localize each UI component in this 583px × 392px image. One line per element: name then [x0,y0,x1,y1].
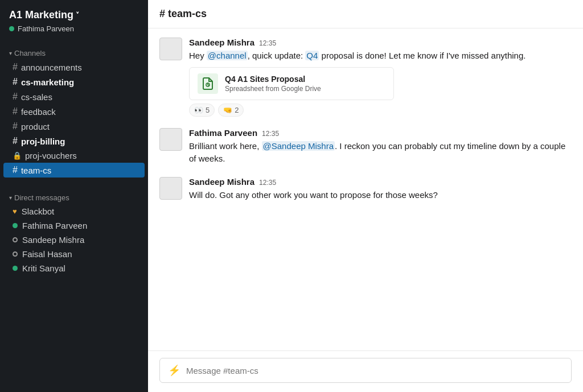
reaction-eyes[interactable]: 👀 5 [189,104,215,117]
message-text: Will do. Got any other work you want to … [189,189,572,202]
main-content: # team-cs Sandeep Mishra 12:35 Hey @chan… [148,0,583,392]
dm-item-slackbot[interactable]: ♥ Slackbot [3,204,145,218]
channel-title: # team-cs [159,8,207,19]
dm-label: Faisal Hasan [22,249,72,259]
dm-item-fathima[interactable]: Fathima Parveen [3,218,145,233]
reaction-emoji: 🤜 [223,106,232,114]
dm-offline-dot [13,237,18,242]
avatar [159,38,182,60]
attachment-info: Q4 A1 Sites Proposal Spreadsheet from Go… [225,75,385,93]
dm-online-dot [13,266,18,271]
dm-label: Fathima Parveen [22,221,87,230]
avatar [159,177,182,200]
reaction-emoji: 👀 [194,106,203,114]
current-user-status: Fathima Parveen [9,24,139,33]
message-header: Fathima Parveen 12:35 [189,128,572,138]
sidebar: A1 Marketing ˅ Fathima Parveen ▾ Channel… [0,0,148,392]
hash-icon: # [13,62,18,72]
hash-icon: # [13,165,18,175]
sidebar-item-proj-billing[interactable]: # proj-billing [3,134,145,148]
sidebar-item-cs-sales[interactable]: # cs-sales [3,89,145,104]
channel-label: product [21,122,50,131]
dm-item-kriti[interactable]: Kriti Sanyal [3,261,145,275]
message-text: Hey @channel, quick update: Q4 proposal … [189,49,572,63]
message-author: Sandeep Mishra [189,177,254,187]
messages-area: Sandeep Mishra 12:35 Hey @channel, quick… [148,28,583,350]
message-1: Sandeep Mishra 12:35 Hey @channel, quick… [159,38,572,117]
message-content: Sandeep Mishra 12:35 Hey @channel, quick… [189,38,572,117]
message-content: Sandeep Mishra 12:35 Will do. Got any ot… [189,177,572,202]
message-input[interactable] [186,366,563,376]
bolt-icon: ⚡ [168,364,180,377]
message-2: Fathima Parveen 12:35 Brilliant work her… [159,128,572,166]
sidebar-item-team-cs[interactable]: # team-cs [3,163,145,178]
message-input-box: ⚡ [159,358,572,383]
channel-label: proj-vouchers [25,151,77,160]
channel-label: cs-marketing [21,77,74,87]
channels-collapse-icon: ▾ [9,50,12,56]
message-text: Brilliant work here, @Sandeep Mishra. I … [189,140,572,166]
message-content: Fathima Parveen 12:35 Brilliant work her… [189,128,572,166]
channel-label: feedback [21,107,56,117]
channel-header: # team-cs [148,0,583,28]
sidebar-item-feedback[interactable]: # feedback [3,104,145,119]
workspace-header: A1 Marketing ˅ Fathima Parveen [0,0,148,40]
channel-label: cs-sales [21,92,52,102]
channels-section-label: Channels [14,49,46,57]
message-author: Sandeep Mishra [189,38,254,47]
lock-icon: 🔒 [13,151,22,160]
channel-label: announcements [21,63,82,72]
hash-icon: # [13,121,18,131]
attachment-icon [198,73,218,94]
hash-icon: # [13,136,18,146]
workspace-chevron-icon: ˅ [76,11,79,19]
mention-sandeep[interactable]: @Sandeep Mishra [262,141,335,151]
sidebar-item-product[interactable]: # product [3,119,145,134]
attachment-title: Q4 A1 Sites Proposal [225,75,385,84]
message-time: 12:35 [262,130,279,138]
message-header: Sandeep Mishra 12:35 [189,177,572,187]
dm-section-label: Direct messages [14,193,69,202]
message-input-area: ⚡ [148,350,583,392]
message-time: 12:35 [259,39,276,47]
mention-channel[interactable]: @channel [207,51,248,60]
dm-online-dot [13,223,18,228]
user-status-dot [9,26,14,31]
reactions: 👀 5 🤜 2 [189,104,572,117]
dm-label: Kriti Sanyal [22,263,65,273]
message-time: 12:35 [259,179,276,187]
dm-section-header[interactable]: ▾ Direct messages [0,184,148,204]
mention-q4[interactable]: Q4 [305,51,319,60]
dm-label: Slackbot [22,207,55,216]
hash-icon: # [13,92,18,102]
channel-label: proj-billing [21,137,65,146]
workspace-name-label: A1 Marketing [9,9,73,21]
dm-item-faisal[interactable]: Faisal Hasan [3,247,145,261]
message-author: Fathima Parveen [189,128,257,138]
message-3: Sandeep Mishra 12:35 Will do. Got any ot… [159,177,572,202]
dm-offline-dot [13,251,18,257]
sidebar-item-cs-marketing[interactable]: # cs-marketing [3,75,145,89]
avatar [159,128,182,151]
reaction-raised-hands[interactable]: 🤜 2 [218,104,244,117]
dm-collapse-icon: ▾ [9,195,12,201]
sidebar-item-proj-vouchers[interactable]: 🔒 proj-vouchers [3,148,145,163]
current-user-name: Fathima Parveen [18,24,74,33]
workspace-name[interactable]: A1 Marketing ˅ [9,9,139,21]
reaction-count: 5 [206,106,210,114]
hash-icon: # [13,77,18,87]
hash-icon: # [13,106,18,117]
sidebar-item-announcements[interactable]: # announcements [3,60,145,75]
slackbot-heart-icon: ♥ [13,207,17,216]
reaction-count: 2 [235,106,239,114]
channel-label: team-cs [21,166,51,175]
dm-label: Sandeep Mishra [22,235,84,245]
dm-item-sandeep[interactable]: Sandeep Mishra [3,233,145,247]
attachment[interactable]: Q4 A1 Sites Proposal Spreadsheet from Go… [189,67,394,100]
attachment-subtitle: Spreadsheet from Google Drive [225,85,385,93]
channels-section-header[interactable]: ▾ Channels [0,40,148,60]
message-header: Sandeep Mishra 12:35 [189,38,572,47]
